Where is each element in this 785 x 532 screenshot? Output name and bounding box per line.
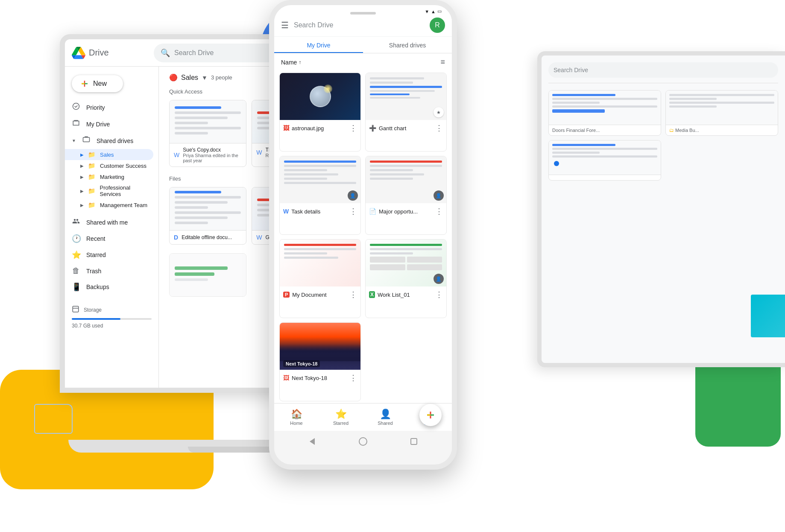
- gantt-more-icon[interactable]: ⋮: [435, 123, 443, 133]
- bg-file-card-2[interactable]: 🗂 Media Bu...: [665, 90, 778, 136]
- phone-file-card-work-list[interactable]: 👤 X Work List_01 ⋮: [365, 239, 447, 318]
- phone-toolbar: ☰ Search Drive R: [274, 14, 452, 37]
- tab-shared-drives-label: Shared drives: [389, 42, 426, 49]
- teal-doc-shape: [751, 295, 785, 337]
- bg-laptop-right: Search Drive Doors Financial Fore...: [537, 51, 785, 367]
- drive-search-text: Search Drive: [174, 49, 214, 57]
- bg-laptop-search[interactable]: Search Drive: [548, 62, 778, 78]
- recents-button[interactable]: [409, 436, 419, 447]
- sidebar-item-starred[interactable]: ⭐ Starred: [65, 247, 153, 263]
- my-drive-icon: [72, 119, 80, 129]
- home-nav-icon: 🏠: [291, 409, 302, 420]
- sales-expand-icon: ▶: [80, 152, 84, 157]
- doc-icon-3: D: [174, 234, 178, 241]
- sidebar-item-shared-drives[interactable]: ▼ Shared drives: [65, 132, 153, 149]
- storage-label: Storage: [84, 307, 102, 313]
- back-button[interactable]: [307, 436, 317, 447]
- marketing-folder-icon: 📁: [88, 173, 96, 180]
- shared-drives-expand-icon: ▼: [72, 138, 76, 143]
- name-sort-button[interactable]: Name ↑: [281, 59, 301, 66]
- hamburger-icon[interactable]: ☰: [281, 20, 289, 30]
- search-icon: 🔍: [161, 48, 170, 58]
- storage-bar: [72, 318, 152, 320]
- sidebar-item-my-drive[interactable]: My Drive: [65, 116, 153, 132]
- major-opportu-more-icon[interactable]: ⋮: [435, 207, 443, 216]
- gantt-thumb: ★: [366, 73, 446, 120]
- ps-label: Professional Services: [100, 184, 152, 197]
- astronaut-info: 🖼 astronaut.jpg ⋮: [280, 120, 360, 136]
- back-triangle-icon: [310, 438, 315, 445]
- phone-search-bar[interactable]: Search Drive: [294, 21, 425, 29]
- major-opportu-name-row: 📄 Major opportu...: [369, 208, 418, 215]
- phone-nav-shared[interactable]: 👤 Shared: [363, 407, 407, 427]
- bg-file-card-1[interactable]: Doors Financial Fore...: [548, 90, 661, 136]
- phone-file-card-my-document[interactable]: P My Document ⋮: [279, 239, 361, 318]
- my-document-filename: My Document: [292, 292, 326, 298]
- backups-icon: 📱: [72, 282, 80, 292]
- phone-file-card-gantt[interactable]: ★ ➕ Gantt chart ⋮: [365, 73, 447, 152]
- phone-file-card-astronaut[interactable]: 🖼 astronaut.jpg ⋮: [279, 73, 361, 152]
- work-list-more-icon[interactable]: ⋮: [435, 290, 443, 299]
- phone-avatar[interactable]: R: [430, 18, 445, 33]
- astronaut-more-icon[interactable]: ⋮: [349, 123, 357, 133]
- work-list-info: X Work List_01 ⋮: [366, 286, 446, 303]
- doc-icon-1: W: [174, 152, 179, 158]
- sidebar-item-sales[interactable]: ▶ 📁 Sales: [65, 149, 153, 160]
- file-card-extra-1[interactable]: [169, 253, 246, 297]
- phone-list-header: Name ↑ ≡: [274, 53, 452, 71]
- drive-sidebar: New Priority My Drive: [65, 67, 159, 388]
- major-opportu-type-icon: 📄: [369, 208, 376, 215]
- astronaut-name-row: 🖼 astronaut.jpg: [283, 125, 324, 132]
- sidebar-item-customer-success[interactable]: ▶ 📁 Customer Success: [65, 160, 158, 171]
- sidebar-item-recent[interactable]: 🕐 Recent: [65, 231, 153, 247]
- shared-with-me-icon: [72, 217, 80, 227]
- sidebar-item-management-team[interactable]: ▶ 📁 Management Team: [65, 199, 158, 210]
- sidebar-item-professional-services[interactable]: ▶ 📁 Professional Services: [65, 182, 158, 199]
- next-tokyo-more-icon[interactable]: ⋮: [349, 373, 357, 383]
- file-card-editable[interactable]: D Editable offline docu...: [169, 187, 246, 245]
- phone-file-card-task-details[interactable]: 👤 W Task details ⋮: [279, 156, 361, 235]
- tab-my-drive[interactable]: My Drive: [274, 37, 363, 53]
- phone-files-grid: 🖼 astronaut.jpg ⋮: [274, 71, 452, 403]
- task-details-more-icon[interactable]: ⋮: [349, 207, 357, 216]
- sidebar-item-priority[interactable]: Priority: [65, 99, 153, 116]
- people-icon-1: 👤: [350, 193, 356, 199]
- tab-shared-drives[interactable]: Shared drives: [363, 37, 452, 53]
- tab-my-drive-label: My Drive: [307, 42, 330, 49]
- storage-section: Storage 30.7 GB used: [65, 298, 158, 336]
- starred-nav-label: Starred: [333, 421, 349, 426]
- task-details-thumb: 👤: [280, 156, 360, 203]
- phone-file-card-next-tokyo[interactable]: Next Tokyo-18 🖼 Next Tokyo-18 ⋮: [279, 322, 361, 401]
- folder-dropdown-icon[interactable]: ▼: [202, 74, 208, 81]
- bg-file-card-3[interactable]: [548, 140, 661, 181]
- phone-search-text: Search Drive: [294, 21, 333, 29]
- sidebar-item-backups[interactable]: 📱 Backups: [65, 279, 153, 295]
- sidebar-item-marketing[interactable]: ▶ 📁 Marketing: [65, 171, 158, 182]
- phone-nav-starred[interactable]: ⭐ Starred: [319, 407, 363, 427]
- work-list-type-icon: X: [369, 291, 375, 298]
- drive-logo-area: Drive: [72, 46, 149, 60]
- list-view-icon[interactable]: ≡: [440, 58, 445, 67]
- ps-expand-icon: ▶: [80, 189, 84, 193]
- sidebar-lower: Shared with me 🕐 Recent ⭐ Starred 🗑: [65, 214, 158, 295]
- next-tokyo-filename: Next Tokyo-18: [292, 375, 327, 381]
- phone-status-icons: ▼ ▲ ▭: [425, 9, 442, 14]
- plus-icon: [80, 79, 89, 88]
- gantt-type-icon: ➕: [369, 125, 376, 132]
- sales-folder-header-icon: 🔴: [169, 73, 178, 82]
- sidebar-item-shared-with-me[interactable]: Shared with me: [65, 214, 153, 231]
- battery-icon: ▭: [437, 9, 442, 14]
- phone-file-card-major-opportu[interactable]: 👤 📄 Major opportu... ⋮: [365, 156, 447, 235]
- file-card-sues-copy[interactable]: W Sue's Copy.docx Priya Sharma edited in…: [169, 100, 246, 167]
- phone-outer: ▼ ▲ ▭ ☰ Search Drive R My Drive: [269, 0, 457, 470]
- phone-fab[interactable]: [419, 404, 442, 426]
- sidebar-item-trash[interactable]: 🗑 Trash: [65, 263, 153, 279]
- people-icon-2: 👤: [436, 193, 442, 199]
- home-button[interactable]: [358, 436, 368, 447]
- star-icon: ★: [436, 110, 441, 115]
- new-button[interactable]: New: [72, 75, 123, 92]
- mt-label: Management Team: [100, 202, 147, 208]
- my-document-more-icon[interactable]: ⋮: [349, 290, 357, 299]
- phone-nav-home[interactable]: 🏠 Home: [274, 407, 319, 427]
- major-opportu-info: 📄 Major opportu... ⋮: [366, 203, 446, 219]
